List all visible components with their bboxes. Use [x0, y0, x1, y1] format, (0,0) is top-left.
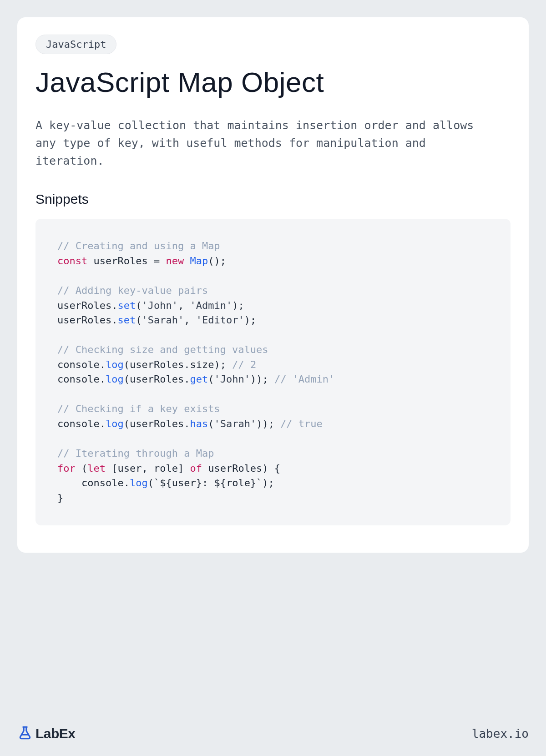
- brand-name: LabEx: [35, 726, 76, 741]
- site-url: labex.io: [472, 727, 529, 741]
- snippets-heading: Snippets: [35, 192, 511, 207]
- content-card: JavaScript JavaScript Map Object A key-v…: [17, 17, 529, 553]
- page-description: A key-value collection that maintains in…: [35, 117, 481, 170]
- page-title: JavaScript Map Object: [35, 67, 511, 98]
- brand-logo: LabEx: [17, 725, 76, 742]
- flask-icon: [17, 725, 33, 742]
- footer: LabEx labex.io: [17, 725, 529, 742]
- code-snippet: // Creating and using a Map const userRo…: [35, 219, 511, 525]
- language-tag: JavaScript: [35, 35, 116, 54]
